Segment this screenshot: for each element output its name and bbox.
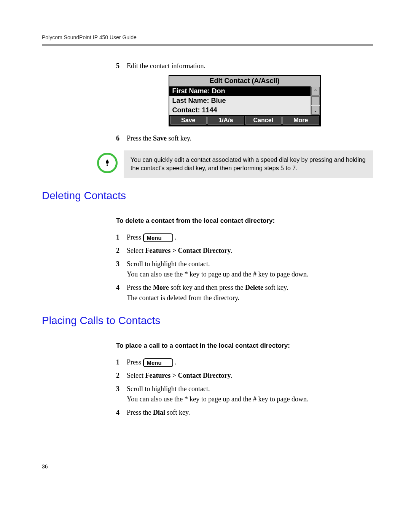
phone-field-contact: Contact: 1144 <box>169 105 311 115</box>
heading-deleting-contacts: Deleting Contacts <box>42 190 373 202</box>
phone-title: Edit Contact (A/Ascii) <box>169 76 320 86</box>
step-5: 5 Edit the contact information. <box>116 61 373 71</box>
step-text: Press the More soft key and then press t… <box>127 283 373 303</box>
step-number: 1 <box>116 232 127 243</box>
menu-button-icon: Menu <box>143 233 173 243</box>
scroll-thumb <box>311 96 320 105</box>
step-text: Press the Dial soft key. <box>127 407 373 418</box>
softkey-more: More <box>282 116 319 125</box>
step-row: 4 Press the Dial soft key. <box>116 407 373 418</box>
menu-button-icon: Menu <box>143 358 173 367</box>
phone-field-firstname: First Name: Don <box>169 86 311 96</box>
tip-callout: You can quickly edit a contact associate… <box>97 150 373 178</box>
step-row: 2 Select Features > Contact Directory. <box>116 371 373 381</box>
step-6: 6 Press the Save soft key. <box>116 133 373 144</box>
step-number: 2 <box>116 246 127 256</box>
scroll-down-icon: ⌄ <box>311 106 320 115</box>
scroll-up-icon: ⌃ <box>311 87 320 96</box>
heading-placing-calls: Placing Calls to Contacts <box>42 315 373 327</box>
step-text: Scroll to highlight the contact. You can… <box>127 384 373 404</box>
step-row: 3 Scroll to highlight the contact. You c… <box>116 384 373 404</box>
step-row: 3 Scroll to highlight the contact. You c… <box>116 259 373 280</box>
step-text: Press Menu . <box>127 357 373 367</box>
phone-screenshot: Edit Contact (A/Ascii) First Name: Don L… <box>169 75 321 126</box>
phone-scrollbar: ⌃ ⌄ <box>311 86 320 115</box>
step-text: Select Features > Contact Directory. <box>127 371 373 381</box>
step-number: 3 <box>116 259 127 280</box>
step-number: 2 <box>116 371 127 381</box>
step-row: 2 Select Features > Contact Directory. <box>116 246 373 256</box>
page-number: 36 <box>42 463 373 470</box>
step-row: 1 Press Menu . <box>116 232 373 243</box>
step-row: 1 Press Menu . <box>116 357 373 367</box>
step-text: Edit the contact information. <box>127 61 373 71</box>
step-number: 4 <box>116 283 127 303</box>
step-number: 6 <box>116 133 127 144</box>
phone-field-lastname: Last Name: Blue <box>169 96 311 105</box>
step-text: Select Features > Contact Directory. <box>127 246 373 256</box>
step-number: 4 <box>116 407 127 418</box>
subheading-delete: To delete a contact from the local conta… <box>116 217 373 225</box>
step-number: 5 <box>116 61 127 71</box>
tip-text: You can quickly edit a contact associate… <box>124 150 373 178</box>
step-number: 1 <box>116 357 127 367</box>
page-header: Polycom SoundPoint IP 450 User Guide <box>42 34 373 46</box>
softkey-cancel: Cancel <box>245 116 282 125</box>
softkey-save: Save <box>170 116 207 125</box>
step-text: Press the Save soft key. <box>127 133 373 144</box>
step-number: 3 <box>116 384 127 404</box>
tip-icon <box>97 153 118 173</box>
step-row: 4 Press the More soft key and then press… <box>116 283 373 303</box>
step-text: Scroll to highlight the contact. You can… <box>127 259 373 280</box>
step-text: Press Menu . <box>127 232 373 243</box>
subheading-place-call: To place a call to a contact in the loca… <box>116 342 373 350</box>
softkey-mode: 1/A/a <box>207 116 244 125</box>
